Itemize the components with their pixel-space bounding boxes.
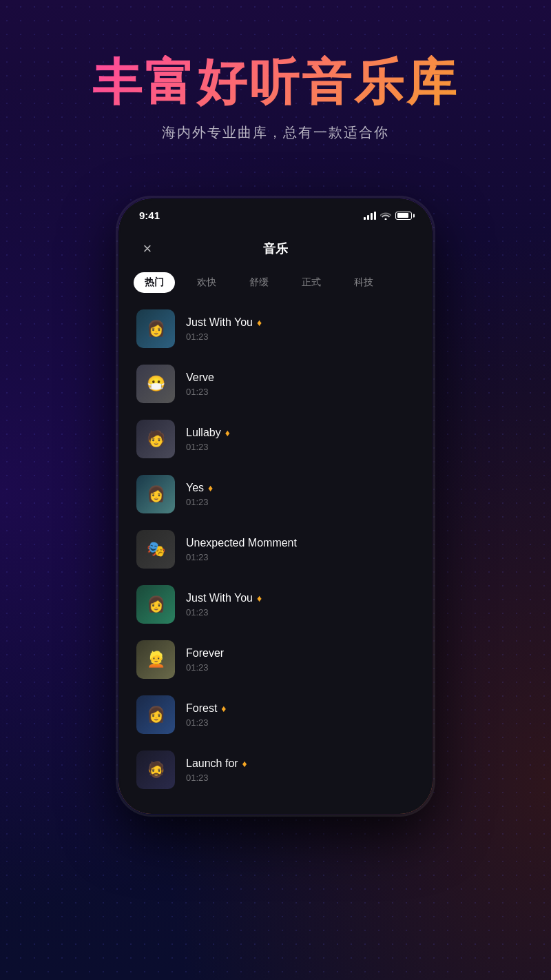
music-name-8: Forest: [186, 702, 217, 715]
music-item-3[interactable]: 🧑 Lullaby ♦ 01:23: [131, 413, 420, 465]
music-duration-9: 01:23: [186, 773, 415, 783]
music-duration-1: 01:23: [186, 331, 415, 342]
music-name-3: Lullaby: [186, 427, 221, 439]
music-duration-6: 01:23: [186, 607, 415, 617]
music-item-1[interactable]: 👩 Just With You ♦ 01:23: [131, 303, 420, 355]
music-info-9: Launch for ♦ 01:23: [186, 757, 415, 783]
battery-icon: [395, 212, 412, 220]
vip-badge-9: ♦: [242, 758, 247, 769]
signal-icon: [364, 212, 376, 220]
music-thumb-2: 😷: [136, 365, 175, 403]
phone-inner: 9:41: [120, 200, 431, 813]
close-button[interactable]: ×: [136, 238, 158, 260]
filter-tabs: 热门 欢快 舒缓 正式 科技: [120, 268, 431, 303]
music-duration-2: 01:23: [186, 387, 415, 397]
music-name-1: Just With You: [186, 316, 253, 329]
music-name-2: Verve: [186, 371, 214, 384]
music-duration-7: 01:23: [186, 662, 415, 673]
header-section: 丰富好听音乐库 海内外专业曲库，总有一款适合你: [0, 0, 551, 170]
music-info-6: Just With You ♦ 01:23: [186, 592, 415, 617]
music-name-9: Launch for: [186, 757, 238, 770]
tab-tech[interactable]: 科技: [343, 272, 384, 293]
music-thumb-5: 🎭: [136, 530, 175, 569]
music-item-4[interactable]: 👩 Yes ♦ 01:23: [131, 468, 420, 520]
status-time: 9:41: [139, 210, 160, 221]
phone-frame: 9:41: [117, 197, 434, 815]
subtitle: 海内外专业曲库，总有一款适合你: [28, 123, 523, 142]
music-list: 👩 Just With You ♦ 01:23: [120, 303, 431, 796]
music-thumb-3: 🧑: [136, 420, 175, 458]
page-content: 丰富好听音乐库 海内外专业曲库，总有一款适合你 9:41: [0, 0, 551, 815]
music-info-3: Lullaby ♦ 01:23: [186, 427, 415, 452]
music-thumb-9: 🧔: [136, 751, 175, 789]
vip-badge-6: ♦: [257, 593, 262, 604]
music-item-9[interactable]: 🧔 Launch for ♦ 01:23: [131, 744, 420, 796]
vip-badge-3: ♦: [225, 427, 230, 438]
nav-title: 音乐: [263, 241, 288, 257]
music-duration-8: 01:23: [186, 717, 415, 728]
music-info-7: Forever 01:23: [186, 647, 415, 673]
wifi-icon: [380, 212, 391, 220]
vip-badge-4: ♦: [208, 482, 213, 493]
phone-mockup: 9:41: [117, 197, 434, 815]
music-duration-5: 01:23: [186, 552, 415, 562]
music-info-5: Unexpected Momment 01:23: [186, 537, 415, 562]
nav-bar: × 音乐: [120, 227, 431, 268]
music-duration-4: 01:23: [186, 497, 415, 507]
status-icons: [364, 212, 412, 220]
music-info-8: Forest ♦ 01:23: [186, 702, 415, 728]
music-info-2: Verve 01:23: [186, 371, 415, 397]
tab-hot[interactable]: 热门: [134, 272, 175, 293]
music-thumb-6: 👩: [136, 585, 175, 624]
music-thumb-7: 👱: [136, 640, 175, 679]
music-name-4: Yes: [186, 482, 204, 494]
music-name-5: Unexpected Momment: [186, 537, 297, 549]
music-duration-3: 01:23: [186, 442, 415, 452]
music-item-7[interactable]: 👱 Forever 01:23: [131, 633, 420, 686]
vip-badge-1: ♦: [257, 317, 262, 328]
music-info-1: Just With You ♦ 01:23: [186, 316, 415, 342]
music-name-6: Just With You: [186, 592, 253, 604]
music-info-4: Yes ♦ 01:23: [186, 482, 415, 507]
app-content: × 音乐 热门 欢快 舒缓 正式 科技: [120, 227, 431, 813]
music-thumb-1: 👩: [136, 309, 175, 348]
music-item-8[interactable]: 👩 Forest ♦ 01:23: [131, 688, 420, 741]
tab-calm[interactable]: 舒缓: [238, 272, 280, 293]
status-bar: 9:41: [120, 200, 431, 227]
music-item-5[interactable]: 🎭 Unexpected Momment 01:23: [131, 523, 420, 575]
tab-formal[interactable]: 正式: [291, 272, 332, 293]
music-name-7: Forever: [186, 647, 224, 660]
music-thumb-8: 👩: [136, 695, 175, 734]
main-title: 丰富好听音乐库: [28, 55, 523, 110]
music-item-6[interactable]: 👩 Just With You ♦ 01:23: [131, 578, 420, 631]
vip-badge-8: ♦: [221, 703, 226, 714]
music-thumb-4: 👩: [136, 475, 175, 513]
music-item-2[interactable]: 😷 Verve 01:23: [131, 358, 420, 410]
tab-happy[interactable]: 欢快: [186, 272, 227, 293]
